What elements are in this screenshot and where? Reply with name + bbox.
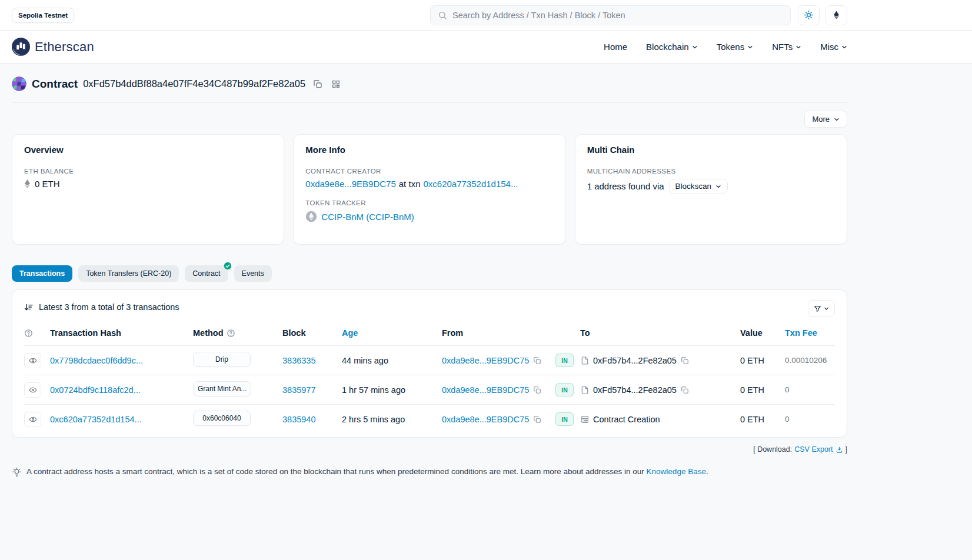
search-input[interactable] [452, 11, 783, 20]
from-address-link[interactable]: 0xda9e8e...9EB9DC75 [442, 356, 529, 365]
network-badge[interactable]: Sepolia Testnet [12, 8, 74, 23]
more-info-title: More Info [305, 145, 553, 155]
txn-hash-link[interactable]: 0x7798dcdaec0f6dd9c... [50, 356, 143, 365]
col-txn-fee-toggle[interactable]: Txn Fee [785, 328, 817, 338]
csv-export-link[interactable]: CSV Export [794, 445, 843, 454]
copy-to-address-button[interactable] [680, 385, 690, 395]
top-bar: Sepolia Testnet [0, 0, 972, 31]
tab-events[interactable]: Events [234, 265, 272, 282]
copy-from-address-button[interactable] [532, 356, 542, 365]
tab-token-transfers-erc-20[interactable]: Token Transfers (ERC-20) [78, 265, 179, 282]
footer-note-text: A contract address hosts a smart contrac… [26, 467, 644, 476]
copy-address-button[interactable] [312, 78, 324, 90]
search-box[interactable] [430, 5, 791, 25]
creator-address-link[interactable]: 0xda9e8e...9EB9DC75 [305, 179, 395, 189]
eye-icon [29, 356, 37, 365]
copy-from-address-button[interactable] [532, 385, 542, 395]
tab-contract[interactable]: Contract [185, 265, 228, 282]
value-text: 0 ETH [740, 385, 785, 395]
qr-code-icon [331, 79, 341, 89]
provider-label: Blockscan [675, 182, 712, 191]
table-row: 0xc620a77352d1d154... 0x60c06040 3835940… [24, 404, 835, 434]
chevron-down-icon [841, 44, 847, 50]
multichain-title: Multi Chain [587, 145, 835, 155]
copy-icon [313, 79, 322, 89]
help-icon[interactable] [24, 329, 33, 338]
method-badge[interactable]: Grant Mint An... [193, 381, 251, 396]
from-address-link[interactable]: 0xda9e8e...9EB9DC75 [442, 415, 529, 424]
download-prefix: [ Download: [753, 445, 792, 454]
page-title: Contract [32, 78, 78, 91]
age-text: 44 mins ago [342, 356, 442, 365]
method-badge[interactable]: Drip [193, 352, 251, 367]
nav-item-tokens[interactable]: Tokens [717, 42, 754, 52]
filter-button[interactable] [808, 300, 835, 317]
nav-item-misc[interactable]: Misc [820, 42, 847, 52]
table-header-row: Transaction Hash Method Block Age From T… [24, 321, 835, 345]
eth-balance-value: 0 ETH [35, 179, 60, 189]
csv-export-label: CSV Export [794, 445, 833, 454]
transactions-summary: Latest 3 from a total of 3 transactions [39, 302, 179, 312]
method-help-icon[interactable] [227, 329, 235, 338]
address-avatar [12, 76, 26, 91]
direction-badge: IN [555, 412, 574, 426]
col-age-toggle[interactable]: Age [342, 328, 358, 338]
transactions-panel: Latest 3 from a total of 3 transactions … [12, 289, 847, 438]
col-transaction-hash: Transaction Hash [50, 328, 193, 338]
overview-card: Overview ETH BALANCE 0 ETH [12, 134, 284, 245]
nav-item-label: NFTs [772, 42, 793, 52]
tab-transactions[interactable]: Transactions [12, 265, 72, 282]
col-value: Value [740, 328, 785, 338]
blockscan-dropdown-button[interactable]: Blockscan [669, 179, 728, 194]
knowledge-base-link[interactable]: Knowledge Base [647, 467, 706, 476]
to-address-text: 0xFd57b4...2Fe82a05 [593, 385, 677, 395]
copy-icon [533, 386, 541, 394]
txn-fee-text: 0 [785, 385, 835, 394]
from-address-link[interactable]: 0xda9e8e...9EB9DC75 [442, 385, 529, 395]
contract-creator-label: CONTRACT CREATOR [305, 168, 553, 175]
qr-code-button[interactable] [330, 78, 342, 90]
chevron-down-icon [747, 44, 753, 50]
block-link[interactable]: 3836335 [282, 356, 315, 365]
preview-eye-button[interactable] [24, 382, 41, 398]
age-text: 2 hrs 5 mins ago [342, 415, 442, 424]
nav-item-label: Blockchain [646, 42, 689, 52]
to-address-text: 0xFd57b4...2Fe82a05 [593, 356, 677, 365]
multichain-addresses-label: MULTICHAIN ADDRESSES [587, 168, 835, 175]
col-method: Method [193, 328, 224, 338]
theme-toggle-button[interactable] [798, 5, 820, 25]
nav-item-blockchain[interactable]: Blockchain [646, 42, 698, 52]
token-tracker-link[interactable]: CCIP-BnM (CCIP-BnM) [321, 212, 414, 222]
txn-hash-link[interactable]: 0xc620a77352d1d154... [50, 415, 142, 424]
token-logo-icon [305, 211, 317, 222]
eye-icon [29, 415, 37, 424]
nav-item-nfts[interactable]: NFTs [772, 42, 801, 52]
overview-title: Overview [24, 145, 272, 155]
main-nav: Home Blockchain Tokens NFTs Misc [604, 42, 847, 52]
tab-label: Contract [192, 269, 220, 278]
tab-label: Token Transfers (ERC-20) [86, 269, 171, 278]
txn-fee-text: 0 [785, 415, 835, 424]
copy-icon [681, 356, 689, 365]
col-block: Block [282, 328, 342, 338]
table-row: 0x7798dcdaec0f6dd9c... Drip 3836335 44 m… [24, 345, 835, 375]
block-link[interactable]: 3835940 [282, 415, 315, 424]
copy-from-address-button[interactable] [532, 415, 542, 424]
network-switcher-button[interactable] [825, 5, 847, 25]
preview-eye-button[interactable] [24, 412, 41, 427]
token-tracker-label: TOKEN TRACKER [305, 199, 553, 206]
nav-item-label: Tokens [717, 42, 745, 52]
tab-bar: Transactions Token Transfers (ERC-20) Co… [12, 265, 847, 282]
chevron-down-icon [824, 306, 829, 311]
etherscan-logo[interactable]: Etherscan [12, 38, 94, 56]
chevron-down-icon [795, 44, 801, 50]
nav-item-home[interactable]: Home [604, 42, 627, 52]
preview-eye-button[interactable] [24, 353, 41, 368]
txn-hash-link[interactable]: 0x0724bdf9c118afc2d... [50, 385, 141, 395]
method-badge[interactable]: 0x60c06040 [193, 411, 251, 426]
sun-icon [804, 10, 814, 20]
creation-txn-link[interactable]: 0xc620a77352d1d154... [423, 179, 518, 189]
more-button[interactable]: More [804, 111, 847, 128]
copy-to-address-button[interactable] [680, 356, 690, 365]
block-link[interactable]: 3835977 [282, 385, 315, 395]
